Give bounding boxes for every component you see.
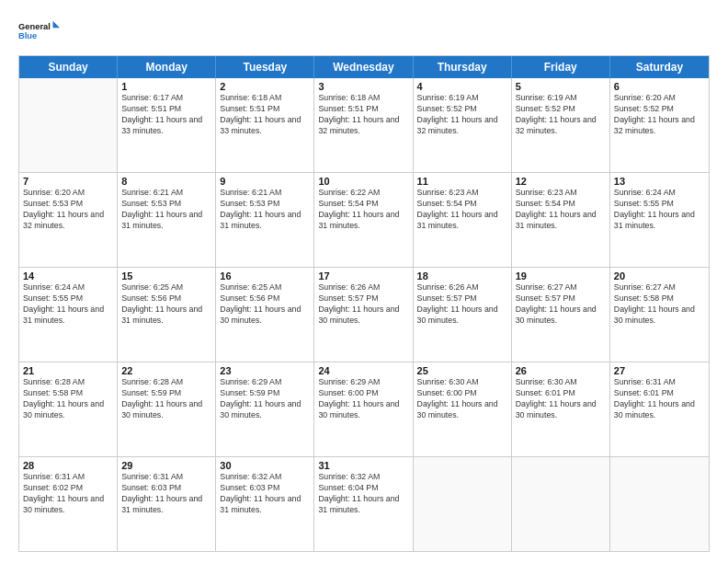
calendar-body: 1Sunrise: 6:17 AM Sunset: 5:51 PM Daylig… [19,78,709,551]
day-header-friday: Friday [512,56,610,78]
calendar-cell: 23Sunrise: 6:29 AM Sunset: 5:59 PM Dayli… [216,362,314,456]
cell-info: Sunrise: 6:26 AM Sunset: 5:57 PM Dayligh… [318,282,408,327]
calendar-cell: 15Sunrise: 6:25 AM Sunset: 5:56 PM Dayli… [118,268,216,362]
day-number: 31 [318,460,408,471]
header: General Blue [18,15,710,48]
cell-info: Sunrise: 6:28 AM Sunset: 5:59 PM Dayligh… [121,377,211,421]
day-number: 8 [121,176,211,187]
calendar-cell: 16Sunrise: 6:25 AM Sunset: 5:56 PM Dayli… [216,268,314,362]
cell-info: Sunrise: 6:31 AM Sunset: 6:01 PM Dayligh… [614,377,705,421]
cell-info: Sunrise: 6:25 AM Sunset: 5:56 PM Dayligh… [220,282,310,327]
calendar-cell [19,78,118,172]
calendar-cell: 11Sunrise: 6:23 AM Sunset: 5:54 PM Dayli… [414,173,512,267]
cell-info: Sunrise: 6:18 AM Sunset: 5:51 PM Dayligh… [220,93,310,137]
calendar-cell: 4Sunrise: 6:19 AM Sunset: 5:52 PM Daylig… [414,78,512,172]
calendar-row: 21Sunrise: 6:28 AM Sunset: 5:58 PM Dayli… [19,362,709,457]
day-number: 16 [220,270,310,282]
cell-info: Sunrise: 6:27 AM Sunset: 5:58 PM Dayligh… [614,282,705,327]
calendar-cell: 22Sunrise: 6:28 AM Sunset: 5:59 PM Dayli… [118,362,216,456]
day-number: 30 [220,460,310,471]
calendar-cell: 17Sunrise: 6:26 AM Sunset: 5:57 PM Dayli… [314,268,413,362]
cell-info: Sunrise: 6:29 AM Sunset: 5:59 PM Dayligh… [220,377,310,421]
day-number: 15 [121,270,211,282]
cell-info: Sunrise: 6:23 AM Sunset: 5:54 PM Dayligh… [417,188,507,232]
calendar-cell: 19Sunrise: 6:27 AM Sunset: 5:57 PM Dayli… [512,268,610,362]
day-number: 23 [220,365,310,376]
calendar-cell: 18Sunrise: 6:26 AM Sunset: 5:57 PM Dayli… [414,268,512,362]
cell-info: Sunrise: 6:31 AM Sunset: 6:02 PM Dayligh… [23,472,113,516]
calendar-cell: 24Sunrise: 6:29 AM Sunset: 6:00 PM Dayli… [314,362,413,456]
logo: General Blue [18,15,64,48]
day-number: 12 [516,176,606,187]
cell-info: Sunrise: 6:22 AM Sunset: 5:54 PM Dayligh… [318,188,408,232]
day-number: 22 [121,365,211,376]
calendar-cell: 28Sunrise: 6:31 AM Sunset: 6:02 PM Dayli… [19,457,118,551]
cell-info: Sunrise: 6:24 AM Sunset: 5:55 PM Dayligh… [614,188,705,232]
cell-info: Sunrise: 6:21 AM Sunset: 5:53 PM Dayligh… [220,188,310,232]
cell-info: Sunrise: 6:32 AM Sunset: 6:04 PM Dayligh… [318,472,408,516]
calendar-row: 7Sunrise: 6:20 AM Sunset: 5:53 PM Daylig… [19,173,709,268]
calendar-header: SundayMondayTuesdayWednesdayThursdayFrid… [19,56,709,78]
cell-info: Sunrise: 6:18 AM Sunset: 5:51 PM Dayligh… [318,93,408,137]
cell-info: Sunrise: 6:23 AM Sunset: 5:54 PM Dayligh… [516,188,606,232]
day-number: 13 [614,176,705,187]
day-header-saturday: Saturday [610,56,709,78]
day-number: 29 [121,460,211,471]
calendar-cell: 31Sunrise: 6:32 AM Sunset: 6:04 PM Dayli… [314,457,413,551]
day-number: 3 [318,81,408,92]
svg-marker-2 [53,21,61,29]
cell-info: Sunrise: 6:24 AM Sunset: 5:55 PM Dayligh… [23,282,113,327]
calendar-cell: 30Sunrise: 6:32 AM Sunset: 6:03 PM Dayli… [216,457,314,551]
calendar-cell [512,457,610,551]
calendar-cell: 26Sunrise: 6:30 AM Sunset: 6:01 PM Dayli… [512,362,610,456]
calendar-row: 1Sunrise: 6:17 AM Sunset: 5:51 PM Daylig… [19,78,709,173]
calendar-cell: 8Sunrise: 6:21 AM Sunset: 5:53 PM Daylig… [118,173,216,267]
day-number: 14 [23,270,113,282]
calendar-row: 14Sunrise: 6:24 AM Sunset: 5:55 PM Dayli… [19,268,709,362]
calendar-cell: 21Sunrise: 6:28 AM Sunset: 5:58 PM Dayli… [19,362,118,456]
calendar-cell [414,457,512,551]
calendar-cell: 1Sunrise: 6:17 AM Sunset: 5:51 PM Daylig… [118,78,216,172]
cell-info: Sunrise: 6:17 AM Sunset: 5:51 PM Dayligh… [121,93,211,137]
calendar-cell: 20Sunrise: 6:27 AM Sunset: 5:58 PM Dayli… [610,268,709,362]
calendar-cell: 2Sunrise: 6:18 AM Sunset: 5:51 PM Daylig… [216,78,314,172]
day-number: 24 [318,365,408,376]
svg-text:Blue: Blue [18,31,37,40]
cell-info: Sunrise: 6:28 AM Sunset: 5:58 PM Dayligh… [23,377,113,421]
cell-info: Sunrise: 6:21 AM Sunset: 5:53 PM Dayligh… [121,188,211,232]
day-number: 10 [318,176,408,187]
cell-info: Sunrise: 6:26 AM Sunset: 5:57 PM Dayligh… [417,282,507,327]
calendar-cell: 25Sunrise: 6:30 AM Sunset: 6:00 PM Dayli… [414,362,512,456]
calendar-cell: 5Sunrise: 6:19 AM Sunset: 5:52 PM Daylig… [512,78,610,172]
calendar-cell [610,457,709,551]
calendar-cell: 12Sunrise: 6:23 AM Sunset: 5:54 PM Dayli… [512,173,610,267]
day-header-monday: Monday [118,56,216,78]
cell-info: Sunrise: 6:25 AM Sunset: 5:56 PM Dayligh… [121,282,211,327]
day-header-tuesday: Tuesday [216,56,314,78]
day-number: 5 [516,81,606,92]
calendar-cell: 10Sunrise: 6:22 AM Sunset: 5:54 PM Dayli… [314,173,413,267]
day-header-sunday: Sunday [19,56,118,78]
day-number: 1 [121,81,211,92]
day-number: 11 [417,176,507,187]
page: General Blue SundayMondayTuesdayWednesda… [0,0,728,563]
calendar-cell: 29Sunrise: 6:31 AM Sunset: 6:03 PM Dayli… [118,457,216,551]
calendar-cell: 6Sunrise: 6:20 AM Sunset: 5:52 PM Daylig… [610,78,709,172]
calendar-cell: 3Sunrise: 6:18 AM Sunset: 5:51 PM Daylig… [314,78,413,172]
calendar-cell: 27Sunrise: 6:31 AM Sunset: 6:01 PM Dayli… [610,362,709,456]
day-number: 27 [614,365,705,376]
day-number: 26 [516,365,606,376]
calendar-cell: 9Sunrise: 6:21 AM Sunset: 5:53 PM Daylig… [216,173,314,267]
day-number: 6 [614,81,705,92]
day-number: 9 [220,176,310,187]
cell-info: Sunrise: 6:29 AM Sunset: 6:00 PM Dayligh… [318,377,408,421]
day-number: 28 [23,460,113,471]
cell-info: Sunrise: 6:31 AM Sunset: 6:03 PM Dayligh… [121,472,211,516]
day-header-wednesday: Wednesday [314,56,413,78]
cell-info: Sunrise: 6:30 AM Sunset: 6:00 PM Dayligh… [417,377,507,421]
cell-info: Sunrise: 6:20 AM Sunset: 5:53 PM Dayligh… [23,188,113,232]
day-number: 4 [417,81,507,92]
day-number: 18 [417,270,507,282]
calendar-cell: 7Sunrise: 6:20 AM Sunset: 5:53 PM Daylig… [19,173,118,267]
cell-info: Sunrise: 6:19 AM Sunset: 5:52 PM Dayligh… [417,93,507,137]
